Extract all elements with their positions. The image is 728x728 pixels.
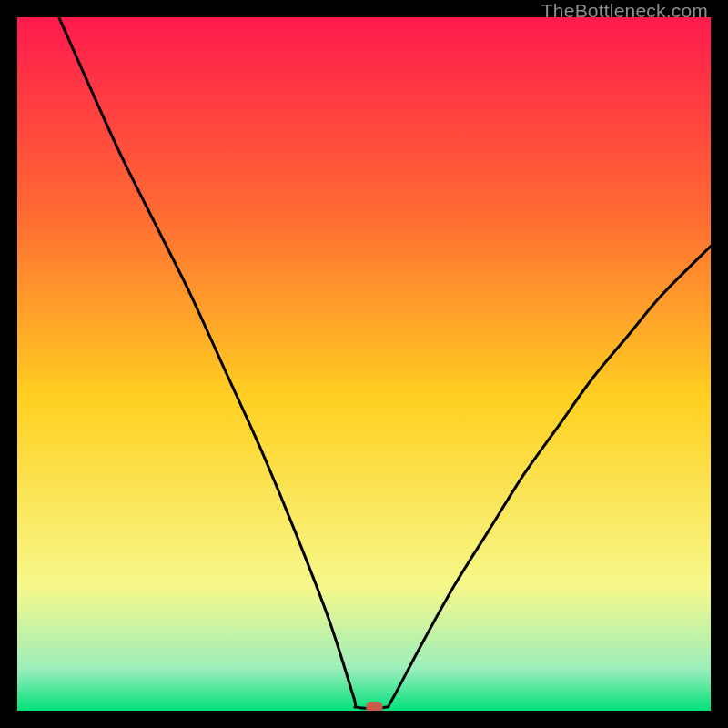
gradient-background: [17, 17, 711, 711]
chart-frame: TheBottleneck.com: [0, 0, 728, 728]
bottleneck-chart: [17, 17, 711, 711]
watermark-text: TheBottleneck.com: [541, 0, 708, 22]
sweet-spot-marker: [366, 702, 382, 711]
